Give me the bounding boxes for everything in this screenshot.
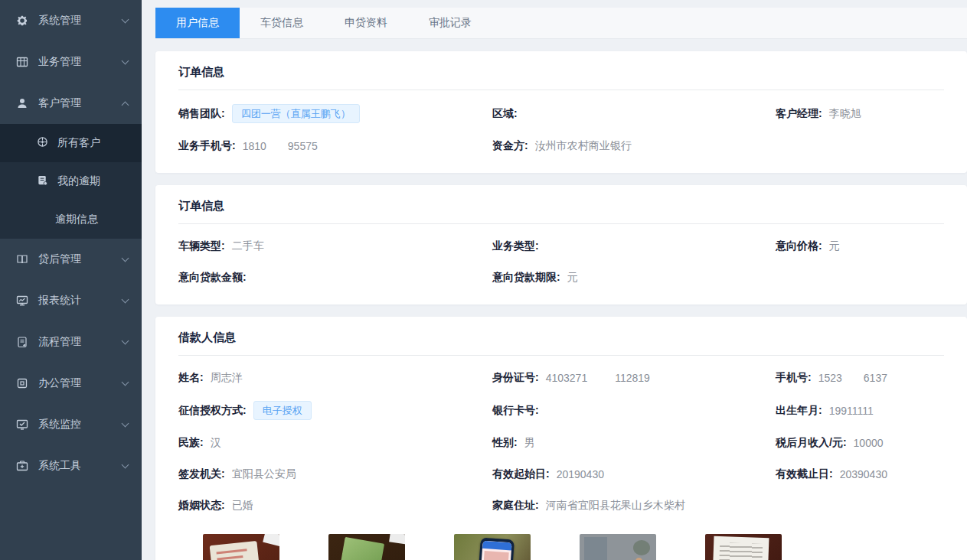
credit-auth-field: 征信授权方式: 电子授权 [178, 401, 492, 420]
field-label: 有效截止日: [776, 467, 833, 481]
field-value: 10000 [854, 437, 884, 449]
sidebar-item-label: 系统管理 [38, 14, 81, 28]
sidebar-item-label: 我的逾期 [57, 174, 100, 188]
field-value: 20390430 [840, 468, 887, 480]
chevron-down-icon [122, 379, 129, 386]
sidebar-item-report-stats[interactable]: 报表统计 [0, 280, 142, 321]
credit-auth-tag: 电子授权 [253, 401, 312, 420]
sidebar-item-business-mgmt[interactable]: 业务管理 [0, 41, 142, 83]
field-label: 意向贷款金额: [178, 271, 247, 285]
field-value: 河南省宜阳县花果山乡木柴村 [546, 499, 685, 513]
field-value-masked: 181095575 [243, 140, 318, 152]
chevron-down-icon [122, 296, 129, 304]
issuer-field: 签发机关: 宜阳县公安局 [178, 466, 492, 483]
gear-icon [15, 15, 28, 28]
field-value: 19911111 [829, 405, 874, 417]
loan-amount-field: 意向贷款金额: [178, 269, 492, 286]
monitor-icon [15, 295, 28, 308]
field-label: 家庭住址: [492, 499, 539, 513]
field-value: 周志洋 [211, 371, 243, 385]
address-field: 家庭住址: 河南省宜阳县花果山乡木柴村 [492, 497, 776, 514]
field-label: 区域: [492, 107, 518, 121]
sales-team-tag: 四团一营（直属王鹏飞） [232, 104, 360, 123]
tab-label: 申贷资料 [345, 16, 387, 30]
sidebar-item-system-monitor[interactable]: 系统监控 [0, 404, 142, 445]
id-card-photo[interactable] [203, 534, 279, 560]
sidebar-item-system-mgmt[interactable]: 系统管理 [0, 0, 142, 41]
field-label: 姓名: [178, 371, 204, 385]
intent-price-field: 意向价格: 元 [776, 238, 944, 255]
field-label: 手机号: [776, 371, 812, 385]
sidebar-item-postloan-mgmt[interactable]: 贷后管理 [0, 239, 142, 280]
field-value: 二手车 [232, 239, 264, 253]
tab-approval-records[interactable]: 审批记录 [408, 8, 492, 38]
sidebar-item-label: 业务管理 [38, 55, 81, 69]
field-label: 身份证号: [492, 371, 539, 385]
field-label: 业务类型: [492, 239, 539, 253]
field-value: 已婚 [232, 499, 253, 513]
sidebar-item-office-mgmt[interactable]: 办公管理 [0, 363, 142, 404]
photo-item [454, 534, 531, 560]
sidebar-item-label: 系统工具 [38, 459, 81, 473]
field-label: 车辆类型: [178, 239, 225, 253]
tab-label: 审批记录 [429, 16, 472, 30]
photo-item [580, 534, 656, 560]
phone-prefix: 1523 [818, 372, 842, 384]
sidebar-item-label: 所有客户 [57, 136, 100, 150]
paper-document-photo[interactable] [705, 534, 782, 560]
sidebar-item-process-mgmt[interactable]: 流程管理 [0, 321, 142, 363]
chevron-down-icon [122, 420, 129, 428]
field-label: 签发机关: [178, 467, 225, 481]
sidebar-item-label: 系统监控 [38, 418, 81, 431]
loan-term-field: 意向贷款期限: 元 [492, 269, 776, 286]
biz-type-field: 业务类型: [492, 238, 776, 255]
field-value: 宜阳县公安局 [232, 467, 296, 481]
id-suffix: 112819 [615, 372, 650, 384]
field-value: 元 [829, 239, 840, 253]
phone-suffix: 6137 [864, 372, 887, 384]
valid-from-field: 有效起始日: 20190430 [492, 466, 776, 483]
sidebar-item-label: 流程管理 [38, 335, 81, 349]
field-value: 元 [567, 271, 578, 285]
chevron-up-icon [122, 101, 129, 109]
grid-icon [15, 56, 28, 69]
sidebar-item-label: 办公管理 [38, 376, 81, 390]
empty-cell [776, 269, 944, 286]
sidebar-item-customer-mgmt[interactable]: 客户管理 [0, 83, 142, 124]
tab-user-info[interactable]: 用户信息 [155, 8, 240, 38]
sidebar-item-label: 逾期信息 [55, 213, 98, 226]
marital-field: 婚姻状态: 已婚 [178, 497, 492, 514]
field-value-masked: 4103271112819 [546, 372, 650, 384]
field-label: 民族: [178, 436, 204, 450]
vehicle-type-field: 车辆类型: 二手车 [178, 238, 492, 255]
document-icon [37, 174, 48, 188]
photo-item [705, 534, 782, 560]
user-icon [15, 97, 28, 110]
tab-car-loan-info[interactable]: 车贷信息 [240, 8, 324, 38]
borrower-info-card: 借款人信息 姓名: 周志洋 身份证号: 4103271112819 手机号: 1… [155, 317, 967, 560]
gender-field: 性别: 男 [492, 435, 776, 451]
field-value: 男 [524, 436, 535, 450]
field-label: 出生年月: [776, 404, 822, 418]
customer-submenu: 所有客户 我的逾期 逾期信息 [0, 124, 142, 239]
field-label: 婚姻状态: [178, 499, 225, 513]
field-label: 征信授权方式: [178, 404, 247, 418]
sidebar-item-my-overdue[interactable]: 我的逾期 [0, 162, 142, 200]
sidebar-item-overdue-info[interactable]: 逾期信息 [0, 200, 142, 239]
phone-qr-photo[interactable] [454, 534, 531, 560]
tab-label: 用户信息 [176, 16, 219, 30]
valid-to-field: 有效截止日: 20390430 [776, 466, 944, 483]
sidebar-item-system-tools[interactable]: 系统工具 [0, 445, 142, 487]
field-value-masked: 15236137 [818, 372, 887, 384]
field-label: 性别: [492, 436, 518, 450]
car-person-photo[interactable] [580, 534, 656, 560]
sidebar-item-all-customers[interactable]: 所有客户 [0, 124, 142, 162]
chevron-down-icon [122, 57, 129, 65]
tab-loan-application-docs[interactable]: 申贷资料 [324, 8, 408, 38]
sidebar-item-label: 客户管理 [38, 96, 81, 110]
manager-field: 客户经理: 李晓旭 [776, 106, 944, 122]
green-booklet-photo[interactable] [328, 534, 405, 560]
biz-phone-field: 业务手机号: 181095575 [178, 138, 492, 155]
tab-label: 车贷信息 [260, 16, 303, 30]
mobile-field: 手机号: 15236137 [776, 370, 944, 386]
